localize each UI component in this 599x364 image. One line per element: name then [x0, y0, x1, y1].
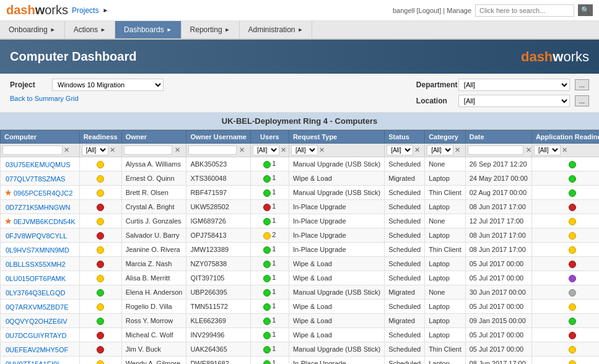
filter-cell-owner[interactable]: ✕: [121, 144, 186, 157]
computer-name-link[interactable]: 0QQVYQ2OHZE6IV: [6, 318, 68, 325]
computer-filter-input[interactable]: [2, 145, 63, 155]
dashboard-header: Computer Dashboard dashworks: [0, 40, 599, 74]
category-filter-clear[interactable]: ✕: [454, 146, 461, 154]
computer-name-link[interactable]: 0FJV8WPQV8CYLL: [6, 232, 67, 240]
readiness-filter-clear[interactable]: ✕: [109, 146, 116, 154]
nav-onboarding[interactable]: Onboarding ►: [0, 21, 65, 38]
computer-filter-clear[interactable]: ✕: [63, 146, 70, 154]
computer-name-link[interactable]: 0L9HVS7XMNN9MD: [6, 246, 69, 254]
project-select[interactable]: Windows 10 Migration: [52, 79, 164, 91]
app-readiness-indicator: [569, 303, 576, 311]
project-label: Project: [10, 80, 47, 89]
table-row: 0D7Z71K5MHNGWNCrystal A. BrightUKW528502…: [1, 200, 600, 214]
computer-name-link[interactable]: 03U75EKEMUQMUS: [6, 161, 71, 168]
cell-category: Laptop: [425, 314, 466, 328]
computer-name-link[interactable]: 0LBLLSSX55XMH2: [6, 261, 66, 268]
back-link[interactable]: Back to Summary Grid: [10, 95, 164, 102]
computer-name-link[interactable]: 077QLV7T8SZMAS: [6, 175, 65, 183]
cell-category: Laptop: [425, 228, 466, 243]
cell-date: 09 Jan 2015 00:00: [465, 314, 531, 328]
computer-name-link[interactable]: 0UEFEAV2MHY5OF: [6, 346, 68, 353]
nav-administration[interactable]: Administration ►: [240, 21, 313, 38]
projects-link[interactable]: Projects: [72, 6, 98, 15]
users-indicator: [263, 303, 271, 311]
cell-owner: Crystal A. Bright: [121, 200, 186, 214]
filter-cell-users[interactable]: [All] ✕: [250, 144, 289, 157]
cell-date: 05 Jul 2017 00:00: [465, 300, 531, 314]
location-select[interactable]: [All]: [458, 95, 570, 107]
filter-cell-owner-username[interactable]: ✕: [186, 144, 250, 157]
users-indicator: [263, 232, 271, 240]
cell-readiness: [79, 285, 121, 300]
owner-username-filter-clear[interactable]: ✕: [238, 146, 245, 154]
col-header-date: Date: [465, 131, 531, 144]
filter-cell-status[interactable]: [All] ✕: [385, 144, 425, 157]
cell-owner: Jeanine O. Rivera: [121, 243, 186, 257]
readiness-filter-select[interactable]: [All]: [82, 145, 108, 155]
cell-status: Scheduled: [385, 300, 425, 314]
computer-name-link[interactable]: 0EJVMB6KCDN54K: [14, 218, 76, 225]
readiness-indicator: [97, 303, 104, 311]
cell-owner-username: OPJ758413: [186, 228, 250, 243]
filter-cell-date[interactable]: ✕: [465, 144, 531, 157]
nav-reporting-arrow: ►: [225, 27, 230, 33]
request-type-filter-clear[interactable]: ✕: [318, 146, 325, 154]
cell-app-readiness: [531, 228, 599, 243]
filter-cell-readiness[interactable]: [All] ✕: [79, 144, 121, 157]
filter-cell-computer[interactable]: ✕: [1, 144, 80, 157]
date-filter-clear[interactable]: ✕: [525, 146, 532, 154]
nav-actions[interactable]: Actions ►: [65, 21, 115, 38]
cell-request-type: Wipe & Load: [289, 328, 384, 342]
filter-cell-request-type[interactable]: [All] ✕: [289, 144, 384, 157]
users-indicator: [263, 360, 271, 364]
users-indicator: [263, 289, 271, 297]
computer-name-link[interactable]: 0LU015OFT6PAMK: [6, 275, 66, 282]
app-readiness-indicator: [569, 218, 576, 225]
nav-dashboards[interactable]: Dashboards ►: [115, 21, 181, 38]
owner-filter-clear[interactable]: ✕: [174, 146, 181, 154]
status-filter-clear[interactable]: ✕: [414, 146, 421, 154]
cell-app-readiness: [531, 200, 599, 214]
cell-request-type: Wipe & Load: [289, 257, 384, 271]
date-filter-input[interactable]: [468, 145, 523, 155]
app-readiness-filter-select[interactable]: [All]: [534, 145, 561, 155]
cell-owner: Rogelio D. Villa: [121, 300, 186, 314]
filter-cell-app-readiness[interactable]: [All] ✕: [531, 144, 599, 157]
owner-username-filter-input[interactable]: [188, 145, 236, 155]
category-filter-select[interactable]: [All]: [427, 145, 453, 155]
department-select[interactable]: [All]: [458, 79, 570, 91]
table-row: 0FJV8WPQV8CYLLSalvador U. BarryOPJ758413…: [1, 228, 600, 243]
computer-name-link[interactable]: 0D7Z71K5MHNGWN: [6, 204, 71, 211]
users-indicator: [263, 175, 271, 183]
computer-name-link[interactable]: 0LY3764Q3ELGQD: [6, 289, 65, 297]
cell-computer: 03U75EKEMUQMUS: [1, 157, 80, 171]
search-input[interactable]: [475, 4, 574, 17]
request-type-filter-select[interactable]: [All]: [291, 145, 318, 155]
cell-computer: 0U7DCGUIYRTAYD: [1, 328, 80, 342]
filter-cell-category[interactable]: [All] ✕: [425, 144, 466, 157]
readiness-indicator: [97, 232, 104, 240]
table-row: 0LY3764Q3ELGQDElena H. AndersonUBP266395…: [1, 285, 600, 300]
status-filter-select[interactable]: [All]: [387, 145, 413, 155]
dashboard-logo: dashworks: [521, 49, 589, 65]
nav-reporting[interactable]: Reporting ►: [181, 21, 240, 38]
users-filter-clear[interactable]: ✕: [280, 146, 287, 154]
users-filter-select[interactable]: [All]: [253, 145, 279, 155]
cell-owner-username: UBP266395: [186, 285, 250, 300]
computer-name-link[interactable]: 0U7DCGUIYRTAYD: [6, 332, 66, 339]
search-button[interactable]: 🔍: [578, 4, 593, 16]
app-readiness-filter-clear[interactable]: ✕: [561, 146, 568, 154]
computer-name-link[interactable]: 0965PCE5R4QJC2: [14, 189, 72, 197]
owner-filter-input[interactable]: [124, 145, 172, 155]
table-row: 0UV0ZT15A1EI9IWendy A. GilmoreDWE8916821…: [1, 357, 600, 365]
cell-computer: 077QLV7T8SZMAS: [1, 171, 80, 186]
computer-name-link[interactable]: 0UV0ZT15A1EI9I: [6, 360, 59, 364]
filter-right: Department [All] ... Location [All] ...: [416, 79, 589, 107]
department-ellipsis-btn[interactable]: ...: [575, 79, 589, 90]
col-header-category: Category: [425, 131, 466, 144]
location-ellipsis-btn[interactable]: ...: [575, 95, 589, 106]
readiness-indicator: [97, 332, 104, 339]
table-header-row: Computer Readiness Owner Owner Username …: [1, 131, 600, 144]
cell-owner-username: ABK350523: [186, 157, 250, 171]
computer-name-link[interactable]: 0Q7ARXVM5ZBD7E: [6, 303, 68, 311]
